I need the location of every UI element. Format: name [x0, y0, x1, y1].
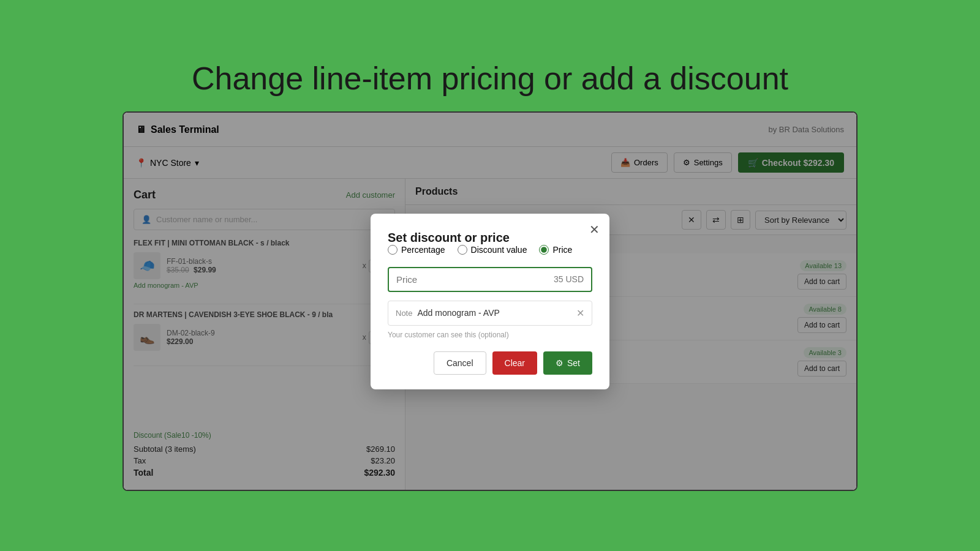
radio-price-input[interactable]	[539, 245, 549, 255]
page-title: Change line-item pricing or add a discou…	[192, 60, 788, 97]
note-clear-button[interactable]: ✕	[576, 307, 584, 319]
radio-price-label: Price	[552, 245, 572, 255]
price-currency: 35 USD	[554, 274, 584, 284]
note-input[interactable]	[417, 308, 576, 318]
app-window: 🖥 Sales Terminal by BR Data Solutions 📍 …	[123, 111, 858, 491]
modal-close-button[interactable]: ✕	[589, 223, 600, 236]
set-icon: ⚙	[556, 358, 564, 368]
radio-group: Percentage Discount value Price	[388, 245, 592, 255]
radio-discount-value-input[interactable]	[458, 245, 467, 255]
radio-price[interactable]: Price	[539, 245, 572, 255]
set-button[interactable]: ⚙ Set	[543, 351, 592, 375]
modal-actions: Cancel Clear ⚙ Set	[388, 351, 592, 375]
modal-overlay: Set discount or price ✕ Percentage Disco…	[124, 113, 856, 490]
price-input[interactable]	[396, 274, 554, 285]
radio-percentage-label: Percentage	[401, 245, 445, 255]
radio-percentage-input[interactable]	[388, 245, 398, 255]
radio-discount-value-label: Discount value	[471, 245, 527, 255]
note-input-wrapper[interactable]: Note ✕	[388, 301, 592, 326]
note-label: Note	[396, 309, 412, 318]
radio-percentage[interactable]: Percentage	[388, 245, 445, 255]
note-hint: Your customer can see this (optional)	[388, 331, 592, 339]
discount-price-modal: Set discount or price ✕ Percentage Disco…	[371, 214, 609, 389]
modal-title: Set discount or price	[388, 231, 510, 244]
clear-button[interactable]: Clear	[492, 351, 537, 375]
set-label: Set	[567, 358, 580, 368]
radio-discount-value[interactable]: Discount value	[458, 245, 527, 255]
price-input-wrapper[interactable]: 35 USD	[388, 267, 592, 292]
cancel-button[interactable]: Cancel	[434, 351, 486, 375]
